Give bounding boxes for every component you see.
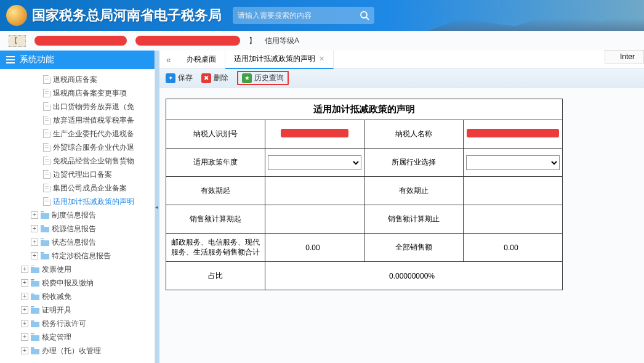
form-toolbar: ✦保存 ✖删除 ★历史查询 [159,69,644,88]
file-icon [43,102,50,111]
file-icon [43,170,50,179]
expand-icon[interactable]: + [31,252,38,259]
tree-item[interactable]: 免税品经营企业销售货物 [0,154,155,168]
file-icon [43,129,50,138]
total-sales-value: 0.00 [464,234,563,262]
taxpayer-name-label: 纳税人名称 [364,120,464,149]
file-icon [43,89,50,97]
tree-folder[interactable]: +核定管理 [0,330,155,344]
sales-period-to-value [464,205,563,234]
app-header: 国家税务总局河南省电子税务局 [0,0,644,31]
file-icon [43,197,50,206]
redacted-user-info [34,36,127,46]
expand-icon[interactable]: + [31,211,38,219]
sidebar-title: 系统功能 [20,54,54,65]
folder-icon [31,333,39,341]
save-icon: ✦ [166,73,175,83]
folder-icon [31,266,39,273]
sales-period-from-value [265,205,364,234]
tree-folder[interactable]: +证明开具 [0,303,155,317]
redacted-user-info [135,36,240,46]
tax-logo-icon [6,5,27,26]
folder-icon [31,347,39,354]
form-container: 适用加计抵减政策的声明 纳税人识别号 纳税人名称 适用政策年度 所属行业选择 有… [159,88,644,301]
nav-tree[interactable]: 退税商店备案 退税商店备案变更事项 出口货物劳务放弃退（免 放弃适用增值税零税率… [0,69,155,363]
burger-icon [6,56,15,63]
tree-folder[interactable]: +税源信息报告 [0,222,155,235]
folder-icon [31,306,39,314]
valid-to-label: 有效期止 [364,177,464,205]
taxpayer-id-label: 纳税人识别号 [166,120,265,149]
expand-icon[interactable]: + [21,266,28,273]
policy-year-select[interactable] [268,155,361,170]
policy-year-select-cell [265,149,364,177]
file-icon [43,143,50,152]
tree-item[interactable]: 退税商店备案变更事项 [0,86,155,100]
sidebar-collapse-handle[interactable] [155,51,159,363]
tree-folder[interactable]: +状态信息报告 [0,235,155,249]
folder-icon [41,211,49,219]
tab-desktop[interactable]: 办税桌面 [178,51,225,69]
file-icon [43,157,50,165]
valid-from-value [265,177,364,205]
credit-level: 信用等级A [265,36,299,46]
tree-item[interactable]: 外贸综合服务企业代办退 [0,141,155,154]
tree-item[interactable]: 放弃适用增值税零税率备 [0,113,155,127]
search-icon[interactable] [360,10,369,20]
expand-icon[interactable]: + [21,279,28,287]
form-title: 适用加计抵减政策的声明 [166,99,563,120]
history-query-button[interactable]: ★历史查询 [237,71,289,85]
ratio-value: 0.00000000% [265,262,563,290]
folder-icon [41,252,49,259]
tree-item[interactable]: 出口货物劳务放弃退（免 [0,100,155,113]
search-input[interactable] [238,11,360,20]
expand-icon[interactable]: + [21,293,28,300]
decorative-mountain [429,0,644,31]
taxpayer-name-value [464,120,563,149]
expand-icon[interactable]: + [21,347,28,354]
sidebar-header[interactable]: 系统功能 [0,51,155,69]
file-icon [43,184,50,192]
folder-icon [41,239,49,246]
tree-folder[interactable]: +办理（托）收管理 [0,344,155,357]
sales-period-from-label: 销售额计算期起 [166,205,265,234]
tree-folder[interactable]: +特定涉税信息报告 [0,249,155,263]
svg-point-0 [361,12,367,18]
service-sales-label: 邮政服务、电信服务、现代服务、生活服务销售额合计 [166,234,265,262]
tab-label: 办税桌面 [187,54,216,65]
tree-item[interactable]: 生产企业委托代办退税备 [0,127,155,141]
tree-folder[interactable]: +税务行政许可 [0,317,155,330]
tree-item[interactable]: 退税商店备案 [0,73,155,86]
tree-folder[interactable]: +发票使用 [0,263,155,276]
tree-item[interactable]: 边贸代理出口备案 [0,168,155,181]
valid-from-label: 有效期起 [166,177,265,205]
expand-icon[interactable]: + [21,320,28,327]
file-icon [43,116,50,124]
tree-item-active[interactable]: 适用加计抵减政策的声明 [0,195,155,208]
expand-icon[interactable]: + [21,333,28,341]
delete-button[interactable]: ✖删除 [201,73,228,83]
folder-icon [31,279,39,287]
collapse-left-icon[interactable]: « [159,55,178,65]
tab-current[interactable]: 适用加计抵减政策的声明 ✕ [225,51,334,69]
folder-icon [31,320,39,327]
expand-icon[interactable]: + [21,306,28,314]
sales-period-to-label: 销售额计算期止 [364,205,464,234]
industry-select[interactable] [466,155,560,170]
save-button[interactable]: ✦保存 [166,73,193,83]
close-icon[interactable]: ✕ [319,55,324,63]
tree-folder[interactable]: +制度信息报告 [0,208,155,222]
industry-select-cell [464,149,563,177]
total-sales-label: 全部销售额 [364,234,464,262]
tree-item[interactable]: 集团公司成员企业备案 [0,181,155,195]
declaration-form: 适用加计抵减政策的声明 纳税人识别号 纳税人名称 适用政策年度 所属行业选择 有… [166,99,563,290]
expand-icon[interactable]: + [31,239,38,246]
policy-year-label: 适用政策年度 [166,149,265,177]
tree-folder[interactable]: +税收减免 [0,290,155,303]
tree-folder[interactable]: +税费申报及缴纳 [0,276,155,290]
delete-icon: ✖ [201,73,211,83]
expand-icon[interactable]: + [31,225,38,232]
global-search[interactable] [233,7,374,24]
taxpayer-id-value [265,120,364,149]
history-icon: ★ [242,73,252,83]
